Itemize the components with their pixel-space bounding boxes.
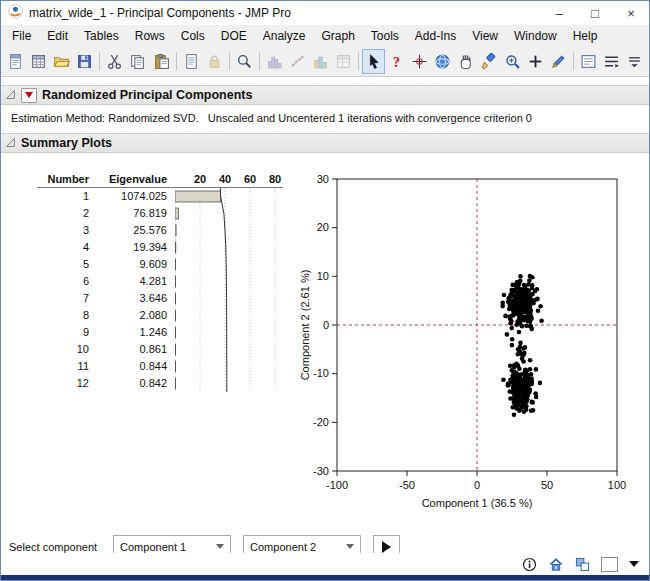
menu-item-tools[interactable]: Tools — [363, 27, 407, 45]
brush-tool-icon[interactable] — [477, 49, 500, 74]
eigen-number: 3 — [37, 222, 89, 239]
svg-text:-100: -100 — [326, 479, 348, 491]
menu-item-cols[interactable]: Cols — [173, 27, 213, 45]
svg-text:10: 10 — [317, 270, 329, 282]
svg-text:20: 20 — [317, 221, 329, 233]
new-data-table-icon[interactable] — [27, 49, 50, 74]
home-window-icon[interactable] — [548, 557, 564, 572]
eigen-value: 9.609 — [89, 256, 167, 273]
paste-icon[interactable] — [149, 49, 172, 74]
eigenvalue-row[interactable]: 325.576 — [37, 222, 167, 239]
component-y-dropdown[interactable]: Component 2 — [243, 535, 361, 553]
outline-randomized-pc: Randomized Principal Components — [1, 85, 649, 105]
caret-down-icon[interactable] — [629, 561, 639, 567]
outline-title-summary-plots: Summary Plots — [21, 136, 112, 150]
toolbar-separator — [99, 52, 100, 70]
title-bar: matrix_wide_1 - Principal Components - J… — [1, 1, 649, 25]
cut-icon[interactable] — [103, 49, 126, 74]
eigenvalue-row[interactable]: 100.861 — [37, 341, 167, 358]
disclosure-open-icon[interactable] — [5, 89, 16, 102]
svg-text:30: 30 — [317, 173, 329, 185]
eigenvalue-row[interactable]: 120.842 — [37, 375, 167, 392]
eigenvalue-table-body: 11074.025276.819325.576419.39459.60964.2… — [37, 188, 283, 392]
scriber-tool-icon[interactable] — [547, 49, 570, 74]
copy-icon[interactable] — [126, 49, 149, 74]
window-title: matrix_wide_1 - Principal Components - J… — [29, 6, 291, 20]
layout-icon[interactable] — [600, 49, 623, 74]
eigen-value: 1074.025 — [89, 188, 167, 205]
minimize-button[interactable]: – — [541, 1, 577, 25]
eigenvalue-row[interactable]: 64.281 — [37, 273, 167, 290]
eigen-value: 76.819 — [89, 205, 167, 222]
menu-item-analyze[interactable]: Analyze — [255, 27, 314, 45]
menu-item-help[interactable]: Help — [565, 27, 606, 45]
eigenvalue-row[interactable]: 82.080 — [37, 307, 167, 324]
globe-tool-icon[interactable] — [431, 49, 454, 74]
eigen-value: 19.394 — [89, 239, 167, 256]
svg-text:?: ? — [393, 53, 400, 69]
svg-text:-30: -30 — [313, 465, 329, 477]
eigen-value: 0.842 — [89, 375, 167, 392]
eigen-value: 4.281 — [89, 273, 167, 290]
arrow-tool-icon[interactable] — [362, 49, 385, 74]
eigen-axis-tick-label: 20 — [194, 173, 206, 185]
select-component-row: Select component Component 1 Component 2 — [1, 523, 649, 553]
find-icon[interactable] — [233, 49, 256, 74]
plus-tool-icon[interactable] — [524, 49, 547, 74]
svg-text:100: 100 — [608, 479, 626, 491]
eigenvalue-table: Number Eigenvalue 20406080 11074.025276.… — [37, 173, 283, 523]
crosshair-tool-icon[interactable] — [408, 49, 431, 74]
svg-text:-20: -20 — [313, 416, 329, 428]
red-triangle-menu-button[interactable] — [21, 88, 37, 103]
script-page-icon[interactable] — [180, 49, 203, 74]
menu-item-graph[interactable]: Graph — [313, 27, 362, 45]
toolbar-separator — [176, 52, 177, 70]
eigen-number: 4 — [37, 239, 89, 256]
help-tool-icon[interactable]: ? — [385, 49, 408, 74]
eigenvalue-row[interactable]: 419.394 — [37, 239, 167, 256]
eigenvalue-row[interactable]: 73.646 — [37, 290, 167, 307]
score-plot[interactable]: -100-50050100-30-20-100102030Component 1… — [297, 173, 633, 523]
outline-summary-plots: Summary Plots — [1, 133, 649, 153]
eigen-number: 1 — [37, 188, 89, 205]
open-icon[interactable] — [50, 49, 73, 74]
magnifier-tool-icon[interactable] — [500, 49, 523, 74]
menu-item-edit[interactable]: Edit — [39, 27, 76, 45]
eigen-number: 2 — [37, 205, 89, 222]
menu-item-file[interactable]: File — [4, 27, 39, 45]
save-icon[interactable] — [73, 49, 96, 74]
eigenvalue-row[interactable]: 276.819 — [37, 205, 167, 222]
jmp-window: matrix_wide_1 - Principal Components - J… — [0, 0, 650, 581]
eigen-axis-tick-label: 80 — [269, 173, 281, 185]
eigenvalue-row[interactable]: 59.609 — [37, 256, 167, 273]
component-x-value: Component 1 — [120, 541, 186, 553]
maximize-button[interactable]: □ — [577, 1, 613, 25]
eigenvalue-row[interactable]: 11074.025 — [37, 188, 167, 205]
disclosure-open-icon[interactable] — [5, 137, 16, 150]
menu-item-rows[interactable]: Rows — [127, 27, 173, 45]
menu-item-doe[interactable]: DOE — [213, 27, 255, 45]
close-button[interactable]: × — [613, 1, 649, 25]
eigen-number: 11 — [37, 358, 89, 375]
menu-item-addins[interactable]: Add-Ins — [407, 27, 464, 45]
window-manager-icon[interactable] — [575, 557, 590, 572]
component-x-dropdown[interactable]: Component 1 — [113, 535, 231, 553]
menu-item-window[interactable]: Window — [506, 27, 565, 45]
menu-item-view[interactable]: View — [464, 27, 506, 45]
info-icon[interactable] — [522, 557, 537, 572]
component-y-value: Component 2 — [250, 541, 316, 553]
menu-item-tables[interactable]: Tables — [76, 27, 127, 45]
toolbar-separator — [259, 52, 260, 70]
overflow-icon[interactable] — [623, 49, 646, 74]
window-controls: – □ × — [541, 1, 649, 25]
svg-text:0: 0 — [474, 479, 480, 491]
grabber-tool-icon[interactable] — [454, 49, 477, 74]
play-icon — [382, 541, 391, 553]
eigenvalue-row[interactable]: 91.246 — [37, 324, 167, 341]
next-component-button[interactable] — [373, 535, 400, 553]
color-box[interactable] — [601, 557, 618, 572]
annotate-icon[interactable] — [577, 49, 600, 74]
eigen-number: 9 — [37, 324, 89, 341]
eigenvalue-row[interactable]: 110.844 — [37, 358, 167, 375]
new-journal-icon[interactable] — [4, 49, 27, 74]
